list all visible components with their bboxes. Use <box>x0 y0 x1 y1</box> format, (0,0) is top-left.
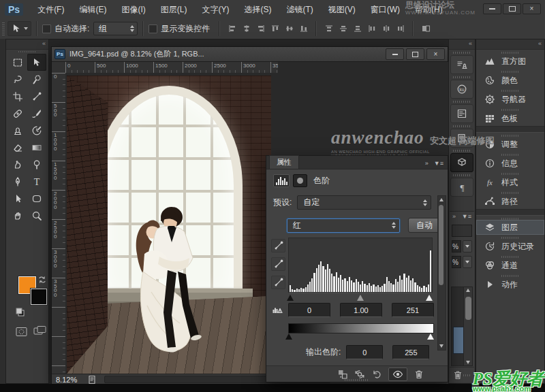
auto-button[interactable]: 自动 <box>408 218 441 233</box>
tools-collapse-button[interactable]: « <box>6 39 48 50</box>
delete-adjustment-icon[interactable] <box>414 369 424 380</box>
panel-tab-actions[interactable]: 动作 <box>476 277 544 292</box>
dock-collapse-button[interactable]: « <box>449 39 475 50</box>
active-tool-button[interactable] <box>7 21 31 36</box>
app-close-button[interactable]: × <box>523 3 541 14</box>
lasso-tool[interactable] <box>8 71 27 88</box>
distribute-right-icon[interactable] <box>393 22 407 35</box>
gray-point-eyedropper[interactable] <box>271 257 285 271</box>
output-white-field[interactable]: 255 <box>392 345 429 359</box>
output-black-field[interactable]: 0 <box>346 345 383 359</box>
preset-dropdown[interactable]: 自定 <box>297 195 431 210</box>
app-maximize-button[interactable] <box>503 3 521 14</box>
brush-tool[interactable] <box>27 105 46 122</box>
scroll-down-icon[interactable] <box>466 361 470 364</box>
panel-menu-icon[interactable]: ▼≡ <box>462 213 471 220</box>
screen-mode-button[interactable] <box>33 325 46 336</box>
reset-icon[interactable] <box>371 369 382 380</box>
hand-tool[interactable] <box>8 207 27 224</box>
background-color-swatch[interactable] <box>31 289 47 305</box>
gradient-tool[interactable] <box>27 139 46 156</box>
auto-select-checkbox[interactable] <box>42 24 51 33</box>
pen-tool[interactable] <box>8 173 27 190</box>
panel-tab-swatches[interactable]: 色板 <box>476 111 544 126</box>
menu-item-4[interactable]: 文字(Y) <box>194 1 236 18</box>
expand-icon[interactable]: » <box>452 213 456 220</box>
panel-tab-styles[interactable]: fx样式 <box>476 175 544 190</box>
clip-to-layer-icon[interactable] <box>337 369 348 380</box>
scroll-up-icon[interactable] <box>439 198 443 201</box>
eraser-tool[interactable] <box>8 139 27 156</box>
fill-field[interactable]: % <box>452 256 461 268</box>
layers-scrollbar[interactable] <box>463 287 472 365</box>
doc-maximize-button[interactable] <box>406 48 424 60</box>
properties-scrollbar[interactable] <box>437 195 446 350</box>
default-colors-icon[interactable] <box>16 308 25 316</box>
vertical-ruler[interactable]: 05 0 01 0 0 01 5 0 02 0 0 02 5 0 03 0 0 … <box>52 73 66 374</box>
healing-brush-tool[interactable] <box>8 105 27 122</box>
doc-close-button[interactable]: × <box>426 48 445 60</box>
distribute-middle-icon[interactable] <box>336 22 350 35</box>
menu-item-7[interactable]: 视图(V) <box>321 1 363 18</box>
channel-dropdown[interactable]: 红 <box>287 218 400 233</box>
distribute-top-icon[interactable] <box>322 22 336 35</box>
white-input-slider[interactable] <box>426 295 433 301</box>
align-bottom-icon[interactable] <box>296 22 311 35</box>
panel-menu-icon[interactable]: ▼≡ <box>434 160 443 167</box>
opacity-field[interactable]: % <box>452 240 461 252</box>
histogram-refresh-icon[interactable] <box>272 304 283 315</box>
scrollbar-thumb[interactable] <box>465 297 471 320</box>
type-tool[interactable]: T <box>27 173 46 190</box>
output-white-slider[interactable] <box>427 333 434 340</box>
view-previous-state-icon[interactable] <box>354 369 365 380</box>
panel-tab-history[interactable]: 历史记录 <box>476 239 544 254</box>
scrollbar-thumb[interactable] <box>439 205 443 285</box>
menu-item-6[interactable]: 滤镜(T) <box>279 1 320 18</box>
align-center-h-icon[interactable] <box>239 22 253 35</box>
layers-list[interactable] <box>451 287 473 366</box>
dock-collapse-button[interactable]: « <box>476 39 544 50</box>
history-brush-tool[interactable] <box>27 122 46 139</box>
fill-dropdown[interactable] <box>463 256 472 268</box>
smudge-tool[interactable] <box>8 156 27 173</box>
auto-select-dropdown[interactable]: 组 <box>93 22 138 35</box>
align-right-icon[interactable] <box>253 22 268 35</box>
panel-tab-paths[interactable]: 路径 <box>476 194 544 209</box>
panel-tab-channels[interactable]: 通道 <box>476 258 544 273</box>
toggle-visibility-button[interactable] <box>388 368 407 381</box>
blend-mode-stub[interactable] <box>452 225 472 237</box>
dodge-tool[interactable] <box>27 156 46 173</box>
menu-item-5[interactable]: 选择(S) <box>236 1 279 18</box>
panel-resize-grip[interactable] <box>345 379 369 381</box>
zoom-level[interactable]: 8.12% <box>56 376 77 384</box>
move-tool[interactable] <box>27 54 46 71</box>
panel-button-clone-source[interactable] <box>450 55 473 74</box>
align-left-icon[interactable] <box>225 22 239 35</box>
menu-item-0[interactable]: 文件(F) <box>30 1 72 18</box>
input-white-field[interactable]: 251 <box>392 303 434 317</box>
gamma-input-slider[interactable] <box>357 295 364 301</box>
doc-minimize-button[interactable] <box>386 48 404 60</box>
menu-item-1[interactable]: 编辑(E) <box>72 1 114 18</box>
scroll-down-icon[interactable] <box>439 344 443 348</box>
opacity-dropdown[interactable] <box>463 240 472 252</box>
output-black-slider[interactable] <box>285 333 292 340</box>
eyedropper-tool[interactable] <box>27 88 46 105</box>
quick-selection-tool[interactable] <box>27 71 46 88</box>
document-titlebar[interactable]: Ps IMG_9641.psd @ 8.12% (色阶 1, RGB... × <box>52 47 448 62</box>
crop-tool[interactable] <box>8 88 27 105</box>
align-middle-icon[interactable] <box>282 22 296 35</box>
horizontal-ruler[interactable]: 050010001500200025003000350 <box>65 62 278 74</box>
panel-tab-navigator[interactable]: 导航器 <box>476 92 544 107</box>
ruler-corner[interactable] <box>52 62 66 74</box>
options-grip[interactable] <box>2 22 5 35</box>
path-selection-tool[interactable] <box>8 190 27 207</box>
distribute-bottom-icon[interactable] <box>350 22 364 35</box>
quick-mask-button[interactable] <box>16 327 27 337</box>
zoom-tool[interactable] <box>27 207 46 224</box>
panel-tab-color[interactable]: 颜色 <box>476 73 544 88</box>
scroll-up-icon[interactable] <box>466 289 470 292</box>
panel-tab-layers[interactable]: 图层 <box>476 220 544 235</box>
distribute-center-icon[interactable] <box>379 22 393 35</box>
black-input-slider[interactable] <box>287 295 294 301</box>
